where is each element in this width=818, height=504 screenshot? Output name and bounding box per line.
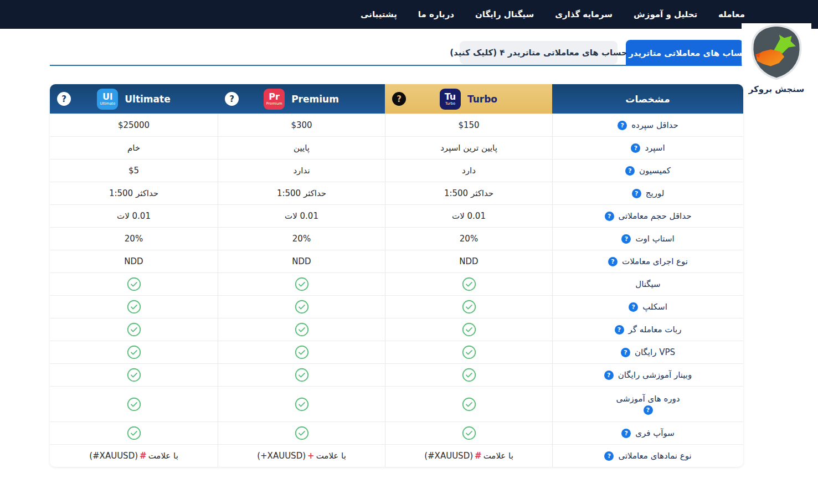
spec-label: استاپ اوت — [635, 234, 674, 244]
ultimate-value-cell — [50, 341, 218, 363]
nav-item-support[interactable]: پشتیبانی — [361, 9, 397, 19]
cell-value: با علامت — [316, 451, 346, 461]
help-icon[interactable]: ? — [631, 143, 640, 153]
help-icon[interactable]: ? — [621, 234, 631, 244]
help-icon[interactable]: ? — [629, 302, 638, 312]
spec-cell: VPS رایگان? — [552, 341, 743, 363]
accounts-comparison-table: مشخصات ? Tu Turbo Turbo ? Pr Premium — [50, 84, 743, 467]
nav-menu: معامله تحلیل و آموزش سرمایه گذاری سیگنال… — [361, 0, 745, 29]
help-icon[interactable]: ? — [608, 257, 618, 266]
cell-value: NDD — [124, 256, 143, 266]
help-icon[interactable]: ? — [605, 212, 614, 221]
table-row: نوع اجرای معاملات?NDDNDDNDD — [50, 250, 743, 272]
table-row: اسپرد?پایین ترین اسپردپایینخام — [50, 136, 743, 159]
premium-value-cell — [218, 273, 385, 295]
tab-metatrader5[interactable]: حساب های معاملاتی متاتریدر ۵ — [626, 40, 743, 66]
symbol-mark: # — [138, 451, 148, 461]
premium-value-cell — [218, 341, 385, 363]
check-icon — [462, 368, 476, 382]
spec-label: نوع نمادهای معاملاتی — [618, 451, 691, 461]
symbol-example: (#XAUUSD) — [89, 451, 138, 461]
cell-value: 0.01 لات — [452, 211, 486, 221]
check-icon — [462, 426, 476, 440]
help-icon[interactable]: ? — [644, 405, 653, 415]
premium-badge-icon: Pr Premium — [264, 89, 285, 110]
nav-item-investment[interactable]: سرمایه گذاری — [555, 9, 613, 19]
check-icon — [127, 426, 141, 440]
check-icon — [127, 277, 141, 291]
premium-help-icon[interactable]: ? — [225, 92, 239, 106]
check-icon — [127, 397, 141, 412]
table-row: سوآپ فری? — [50, 421, 743, 444]
nav-item-free-signal[interactable]: سیگنال رایگان — [475, 9, 534, 19]
spec-label: اسکلپ — [642, 302, 667, 312]
broker-logo[interactable]: سنجش بروکر — [742, 23, 811, 98]
spec-label: سوآپ فری — [635, 428, 675, 438]
spec-label: اسپرد — [645, 143, 665, 153]
help-icon[interactable]: ? — [615, 325, 624, 335]
turbo-value-cell: با علامت#(#XAUUSD) — [385, 445, 552, 467]
header-premium: ? Pr Premium Premium — [218, 84, 385, 114]
turbo-value-cell: NDD — [385, 250, 552, 272]
help-icon[interactable]: ? — [625, 166, 635, 176]
symbol-mark: # — [473, 451, 483, 461]
cell-value: پایین ترین اسپرد — [440, 143, 497, 153]
turbo-value-cell: $150 — [385, 114, 552, 136]
spec-cell: نوع اجرای معاملات? — [552, 250, 743, 272]
ultimate-value-cell: حداکثر 1:500 — [50, 182, 218, 204]
check-icon — [295, 277, 309, 291]
cell-value: $150 — [458, 120, 479, 130]
cell-value: $5 — [128, 166, 139, 176]
cell-value: با علامت — [148, 451, 178, 461]
table-header-row: مشخصات ? Tu Turbo Turbo ? Pr Premium — [50, 84, 743, 114]
table-row: ربات معامله گر? — [50, 318, 743, 341]
top-navbar: معامله تحلیل و آموزش سرمایه گذاری سیگنال… — [0, 0, 818, 29]
turbo-value-cell — [385, 296, 552, 318]
help-icon[interactable]: ? — [604, 371, 614, 380]
cell-value: ندارد — [293, 166, 310, 176]
spec-cell: لوریج? — [552, 182, 743, 204]
help-icon[interactable]: ? — [621, 348, 630, 357]
spec-cell: سیگنال — [552, 273, 743, 295]
help-icon[interactable]: ? — [604, 451, 614, 461]
check-icon — [295, 300, 309, 314]
nav-item-analysis[interactable]: تحلیل و آموزش — [634, 9, 697, 19]
cell-value: 20% — [125, 234, 143, 244]
help-icon[interactable]: ? — [621, 429, 631, 438]
spec-cell: اسپرد? — [552, 137, 743, 159]
premium-value-cell: $300 — [218, 114, 385, 136]
check-icon — [295, 322, 309, 337]
spec-cell: حداقل سپرده? — [552, 114, 743, 136]
ultimate-value-cell: NDD — [50, 250, 218, 272]
ultimate-help-icon[interactable]: ? — [57, 92, 71, 106]
cell-value: دارد — [462, 166, 476, 176]
turbo-value-cell — [385, 273, 552, 295]
header-turbo: ? Tu Turbo Turbo — [385, 84, 552, 114]
spec-label: کمیسیون — [639, 166, 671, 176]
spec-label: دوره های آموزشی — [616, 394, 680, 404]
table-row: حداقل سپرده?$150$300$25000 — [50, 114, 743, 136]
premium-value-cell — [218, 422, 385, 444]
premium-value-cell: 20% — [218, 228, 385, 250]
turbo-badge-icon: Tu Turbo — [440, 89, 461, 110]
check-icon — [295, 368, 309, 382]
turbo-value-cell: 20% — [385, 228, 552, 250]
table-row: وبینار آموزشی رایگان? — [50, 363, 743, 386]
premium-value-cell: 0.01 لات — [218, 205, 385, 227]
turbo-value-cell: حداکثر 1:500 — [385, 182, 552, 204]
table-row: VPS رایگان? — [50, 341, 743, 363]
nav-item-about-us[interactable]: درباره ما — [418, 9, 454, 19]
turbo-value-cell: دارد — [385, 160, 552, 182]
check-icon — [295, 397, 309, 412]
cell-value: با علامت — [483, 451, 513, 461]
turbo-help-icon[interactable]: ? — [392, 92, 406, 106]
premium-value-cell — [218, 318, 385, 341]
help-icon[interactable]: ? — [632, 189, 641, 198]
check-icon — [127, 345, 141, 359]
cell-value: NDD — [292, 256, 311, 266]
tab-metatrader4[interactable]: حساب های معاملاتی متاتریدر ۴ (کلیک کنید) — [460, 41, 618, 64]
nav-item-trade[interactable]: معامله — [718, 9, 745, 19]
spec-cell: اسکلپ? — [552, 296, 743, 318]
cell-value: خام — [127, 143, 140, 153]
help-icon[interactable]: ? — [618, 121, 627, 130]
